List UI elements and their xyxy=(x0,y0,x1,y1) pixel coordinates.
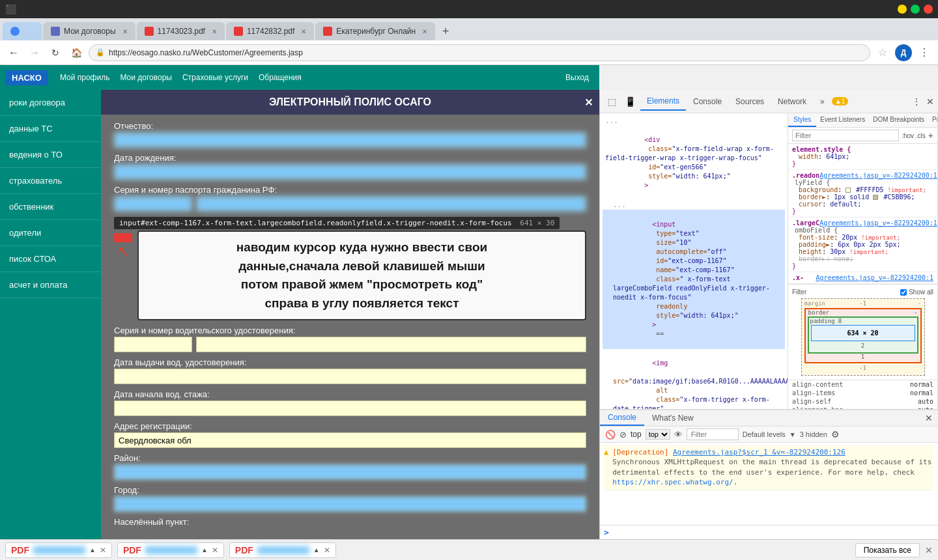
devtools-whatsnew-tab[interactable]: What's New xyxy=(644,411,702,425)
devtools-inspect-icon[interactable]: ⬚ xyxy=(604,94,620,109)
form-input-rayon[interactable] xyxy=(114,464,586,480)
download-chevron-1[interactable]: ▲ xyxy=(89,546,96,553)
console-clear-icon[interactable]: 🚫 xyxy=(605,430,616,440)
form-label-dob: Дата рождения: xyxy=(114,153,586,163)
sidebar-item-strah[interactable]: страхователь xyxy=(0,168,101,194)
download-close-1[interactable]: ✕ xyxy=(100,546,106,555)
site-nav-profile[interactable]: Мой профиль xyxy=(55,73,115,82)
devtools-close-icon[interactable]: ✕ xyxy=(926,96,934,107)
css-source-largec[interactable]: Agreements.jasp_v=-822924200:1 xyxy=(819,219,937,227)
form-input-passport-number[interactable] xyxy=(196,196,586,212)
html-node-img[interactable]: <img src="data:image/gif;base64,R01G0...… xyxy=(603,349,785,409)
form-input-address[interactable] xyxy=(114,432,586,448)
profile-button[interactable]: Д xyxy=(895,44,912,61)
tab-pdf2-close[interactable]: ✕ xyxy=(301,28,306,35)
console-deprecation-label: [Deprecation] xyxy=(612,448,668,456)
home-button[interactable]: 🏠 xyxy=(68,44,85,61)
devtools-tab-console[interactable]: Console xyxy=(687,93,728,110)
tab-active[interactable] xyxy=(3,22,42,40)
sidebar-item-to[interactable]: ведения о ТО xyxy=(0,142,101,168)
devtools-console-tab[interactable]: Console xyxy=(600,410,644,426)
sidebar-item-stoa[interactable]: писок СТОА xyxy=(0,246,101,272)
console-filter-input[interactable] xyxy=(687,428,739,440)
form-input-dl-number[interactable] xyxy=(196,337,586,352)
devtools-settings-icon[interactable]: ⋮ xyxy=(912,96,921,107)
forward-button[interactable]: → xyxy=(26,44,43,61)
box-content-size: 634 × 20 xyxy=(847,329,878,337)
menu-button[interactable]: ⋮ xyxy=(916,44,933,61)
close-button[interactable] xyxy=(924,5,933,14)
styles-tab-dom[interactable]: DOM Breakpoints xyxy=(869,113,928,127)
html-node-input[interactable]: <input type="text" size="10" autocomplet… xyxy=(603,210,785,349)
sidebar-item-sobst[interactable]: обственник xyxy=(0,194,101,220)
tab-dogovory[interactable]: Мои договоры ✕ xyxy=(43,22,135,40)
download-item-3[interactable]: PDF ▲ ✕ xyxy=(229,542,336,558)
devtools-tab-sources[interactable]: Sources xyxy=(729,93,771,110)
show-all-checkbox[interactable]: Show all xyxy=(900,288,933,296)
download-chevron-3[interactable]: ▲ xyxy=(313,546,320,553)
devtools-tab-more[interactable]: » xyxy=(814,93,831,110)
filter-input[interactable] xyxy=(792,130,899,141)
css-source-readonly[interactable]: Agreements.jasp_v=-822924200:1 xyxy=(819,172,937,179)
console-deprecation-link[interactable]: Agreements.jasp?$scr_1 &v=-822924200:126 xyxy=(673,448,846,456)
annotation-text-box: наводим курсор куда нужно ввести свои да… xyxy=(137,231,586,320)
tab-pdf1-close[interactable]: ✕ xyxy=(212,28,217,35)
styles-tab-styles[interactable]: Styles xyxy=(788,113,816,127)
html-node-div[interactable]: <div class="x-form-field-wrap x-form-fie… xyxy=(603,126,785,200)
download-chevron-2[interactable]: ▲ xyxy=(201,546,208,553)
address-bar[interactable]: 🔒 https://eosago.nasko.ru/WebCustomer/Ag… xyxy=(89,44,870,61)
styles-tab-props[interactable]: Properties xyxy=(928,113,937,127)
css-source-x[interactable]: Agreements.jasp_v=-822924200:1 xyxy=(816,274,933,281)
show-all-button[interactable]: Показать все xyxy=(855,543,920,557)
status-bar-close-icon[interactable]: ✕ xyxy=(925,545,933,555)
site-nav-appeals[interactable]: Обращения xyxy=(253,73,307,82)
console-hidden-count: 3 hidden xyxy=(800,430,827,438)
back-button[interactable]: ← xyxy=(5,44,22,61)
sidebar-item-srok[interactable]: роки договора xyxy=(0,90,101,116)
download-close-3[interactable]: ✕ xyxy=(324,546,330,555)
form-input-stazh[interactable] xyxy=(114,400,586,416)
console-context-select[interactable]: top xyxy=(646,429,670,440)
devtools-body: ... <div class="x-form-field-wrap x-form… xyxy=(600,113,938,409)
tab-pdf1[interactable]: 11743023.pdf ✕ xyxy=(137,22,225,40)
site-nav-dogovory[interactable]: Мои договоры xyxy=(115,73,177,82)
form-input-passport-series[interactable] xyxy=(114,196,192,212)
tab-ekb-close[interactable]: ✕ xyxy=(422,28,427,35)
filter-pseudo[interactable]: :hov .cls xyxy=(902,132,926,139)
tab-pdf2[interactable]: 11742832.pdf ✕ xyxy=(226,22,314,40)
download-item-1[interactable]: PDF ▲ ✕ xyxy=(5,542,112,558)
console-level-arrow[interactable]: ▼ xyxy=(789,431,796,438)
new-tab-button[interactable]: + xyxy=(436,22,455,40)
console-filter-icon[interactable]: ⊘ xyxy=(619,430,627,440)
devtools-bottom-close-icon[interactable]: ✕ xyxy=(920,410,938,426)
site-nav-services[interactable]: Страховые услуги xyxy=(177,73,253,82)
styles-tab-events[interactable]: Event Listeners xyxy=(816,113,869,127)
tab-ekb[interactable]: Екатеринбург Онлайн ✕ xyxy=(315,22,435,40)
filter-plus[interactable]: + xyxy=(928,130,933,141)
sidebar-item-voditel[interactable]: одители xyxy=(0,220,101,246)
download-item-2[interactable]: PDF ▲ ✕ xyxy=(117,542,224,558)
minimize-button[interactable] xyxy=(898,5,907,14)
form-close-icon[interactable]: ✕ xyxy=(584,96,593,109)
devtools-tab-network[interactable]: Network xyxy=(771,93,813,110)
sidebar-item-raschet[interactable]: асчет и оплата xyxy=(0,272,101,298)
tab-dogovory-close[interactable]: ✕ xyxy=(122,28,128,35)
site-nav-exit[interactable]: Выход xyxy=(560,73,594,82)
console-xhr-link[interactable]: https://xhr.spec.whatwg.org/ xyxy=(612,478,733,486)
sidebar-item-tc[interactable]: данные ТС xyxy=(0,116,101,142)
console-settings-icon[interactable]: ⚙ xyxy=(831,429,840,440)
reload-button[interactable]: ↻ xyxy=(47,44,64,61)
console-input[interactable] xyxy=(612,528,934,537)
console-eye-icon[interactable]: 👁 xyxy=(674,430,683,440)
devtools-tab-elements[interactable]: Elements xyxy=(640,92,686,111)
devtools-device-icon[interactable]: 📱 xyxy=(621,94,640,109)
form-input-dob[interactable] xyxy=(114,164,586,180)
nav-bar: ← → ↻ 🏠 🔒 https://eosago.nasko.ru/WebCus… xyxy=(0,40,938,65)
download-close-2[interactable]: ✕ xyxy=(212,546,218,555)
form-input-dl-date[interactable] xyxy=(114,369,586,384)
form-input-gorod[interactable] xyxy=(114,496,586,512)
bookmark-button[interactable]: ☆ xyxy=(874,44,891,61)
form-input-dl-series[interactable] xyxy=(114,337,192,352)
maximize-button[interactable] xyxy=(911,5,920,14)
form-input-otchestvo[interactable] xyxy=(114,132,586,148)
